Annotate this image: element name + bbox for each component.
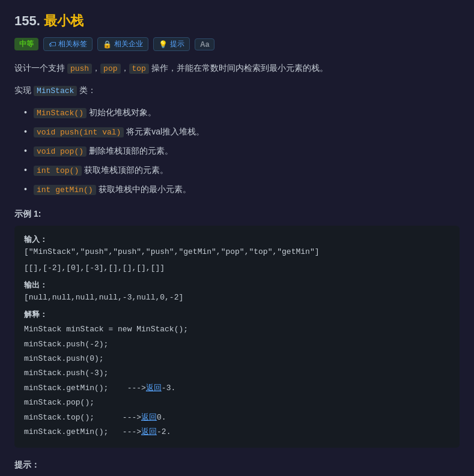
tags-row: 中等 🏷 相关标签 🔒 相关企业 💡 提示 Aa <box>14 37 460 51</box>
explain-line-3: minStack.push(0); <box>24 352 450 366</box>
top-inline: top <box>129 64 149 74</box>
method-5-code: int getMin() <box>34 185 96 195</box>
problem-number: 155. <box>14 13 40 29</box>
related-company-badge[interactable]: 🔒 相关企业 <box>97 37 148 51</box>
example-1-box: 输入： ["MinStack","push","push","push","ge… <box>14 226 460 448</box>
lock-icon: 🔒 <box>103 40 112 49</box>
method-4-text: 获取堆栈顶部的元素。 <box>84 165 168 175</box>
explain-code-5: minStack.getMin(); ---> <box>24 381 146 395</box>
explain-code-1: MinStack minStack = new MinStack(); <box>24 322 188 336</box>
minstack-inline: MinStack <box>34 86 77 96</box>
bullet-item-2: void push(int val) 将元素val推入堆栈。 <box>24 125 460 139</box>
bullet-item-1: MinStack() 初始化堆栈对象。 <box>24 106 460 120</box>
pop-inline: pop <box>100 64 120 74</box>
company-label: 相关企业 <box>114 39 143 49</box>
method-2-text: 将元素val推入堆栈。 <box>126 127 204 136</box>
related-tags-label: 相关标签 <box>58 39 87 49</box>
method-3-code: void pop() <box>34 146 87 157</box>
explain-code-4: minStack.push(-3); <box>24 366 108 380</box>
bullet-item-5: int getMin() 获取堆栈中的最小元素。 <box>24 182 460 197</box>
method-3-text: 删除堆栈顶部的元素。 <box>89 146 173 155</box>
return-word-1: 返回 <box>146 381 162 395</box>
method-5-text: 获取堆栈中的最小元素。 <box>99 184 191 194</box>
example-1-section: 示例 1: 输入： ["MinStack","push","push","pus… <box>14 209 460 448</box>
input-value-2: [[],[-2],[0],[-3],[],[],[],[]] <box>24 264 450 273</box>
bullet-item-3: void pop() 删除堆栈顶部的元素。 <box>24 144 460 158</box>
method-1-code: MinStack() <box>34 108 87 118</box>
tag-icon: 🏷 <box>49 40 56 49</box>
explain-code-6: minStack.pop(); <box>24 396 94 409</box>
related-tags-badge[interactable]: 🏷 相关标签 <box>43 37 93 51</box>
bullet-item-4: int top() 获取堆栈顶部的元素。 <box>24 163 460 178</box>
explain-line-1: MinStack minStack = new MinStack(); <box>24 322 450 336</box>
tips-title: 提示： <box>14 460 460 471</box>
return-word-3: 返回 <box>141 425 157 439</box>
example-1-title: 示例 1: <box>14 209 460 220</box>
method-2-code: void push(int val) <box>34 127 124 137</box>
explain-line-8: minStack.getMin(); ---> 返回 -2. <box>24 425 450 439</box>
explain-code-3: minStack.push(0); <box>24 352 104 366</box>
problem-title: 最小栈 <box>44 12 84 30</box>
explain-line-7: minStack.top(); ---> 返回 0. <box>24 411 450 424</box>
tips-section: 提示： -231 <= val <= 231 - 1 pop、 top 和 ge… <box>14 460 460 476</box>
output-value: [null,null,null,null,-3,null,0,-2] <box>24 293 450 302</box>
font-label: Aa <box>200 40 209 49</box>
explain-code-7: minStack.top(); ---> <box>24 411 141 424</box>
return-val-3: -2. <box>157 425 171 439</box>
push-inline: push <box>67 64 92 74</box>
explain-line-2: minStack.push(-2); <box>24 337 450 351</box>
explain-line-4: minStack.push(-3); <box>24 366 450 380</box>
difficulty-badge[interactable]: 中等 <box>14 38 38 50</box>
method-1-text: 初始化堆栈对象。 <box>89 107 156 117</box>
title-row: 155. 最小栈 <box>14 12 460 30</box>
font-badge[interactable]: Aa <box>195 38 214 50</box>
explain-block: MinStack minStack = new MinStack(); minS… <box>24 322 450 439</box>
method-4-code: int top() <box>34 166 82 176</box>
input-value-1: ["MinStack","push","push","push","getMin… <box>24 247 450 256</box>
output-label: 输出： <box>24 280 450 291</box>
bullet-list: MinStack() 初始化堆栈对象。 void push(int val) 将… <box>14 106 460 197</box>
explain-line-6: minStack.pop(); <box>24 396 450 409</box>
return-word-2: 返回 <box>141 411 157 424</box>
bulb-icon: 💡 <box>159 40 168 49</box>
explain-line-5: minStack.getMin(); ---> 返回 -3. <box>24 381 450 395</box>
input-label: 输入： <box>24 234 450 245</box>
return-val-1: -3. <box>162 381 175 395</box>
explain-label: 解释： <box>24 309 450 320</box>
return-val-2: 0. <box>157 411 166 424</box>
page-container: 155. 最小栈 中等 🏷 相关标签 🔒 相关企业 💡 提示 Aa 设计一个支持… <box>0 0 474 476</box>
implement-text: 实现 MinStack 类： <box>14 83 460 98</box>
hint-badge[interactable]: 💡 提示 <box>153 37 190 51</box>
description: 设计一个支持 push，pop，top 操作，并能在常数时间内检索到最小元素的栈… <box>14 61 460 76</box>
explain-code-8: minStack.getMin(); ---> <box>24 425 141 439</box>
explain-code-2: minStack.push(-2); <box>24 337 108 351</box>
hint-label: 提示 <box>170 39 184 49</box>
